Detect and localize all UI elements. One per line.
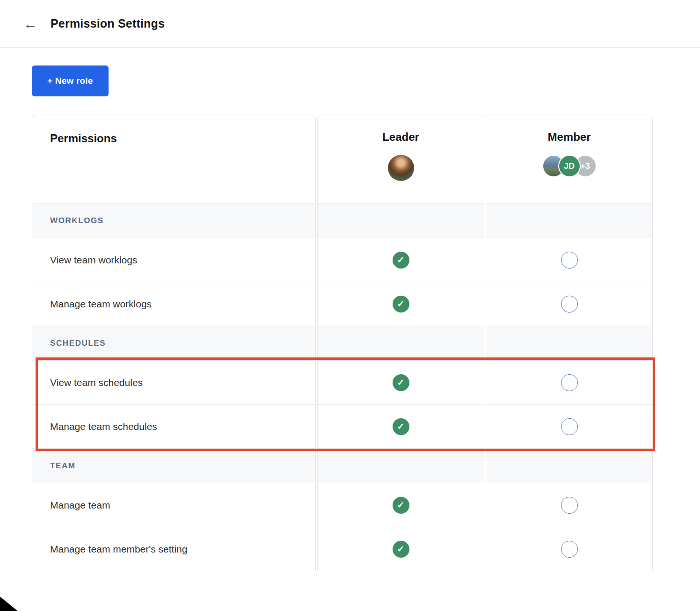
member-column-header: Member JD +3: [486, 115, 652, 203]
member-header-label: Member: [547, 131, 591, 144]
leader-toggle-cell: ✓: [318, 527, 484, 571]
check-icon[interactable]: ✓: [393, 252, 409, 269]
leader-toggle-cell: ✓: [318, 238, 484, 282]
section-spacer: [318, 448, 484, 483]
section-header-schedules: SCHEDULES: [32, 326, 315, 360]
leader-column: Leader ✓ ✓ ✓ ✓ ✓ ✓: [317, 115, 484, 571]
page-title: Permission Settings: [51, 17, 165, 30]
member-toggle-cell: [486, 404, 652, 448]
member-column: Member JD +3: [486, 115, 653, 571]
leader-avatar: [388, 155, 414, 181]
section-spacer: [318, 326, 484, 360]
check-icon[interactable]: ✓: [393, 418, 409, 435]
permission-row-label: Manage team worklogs: [32, 282, 315, 326]
radio-unchecked-icon[interactable]: [561, 252, 578, 269]
permission-row-label: Manage team member's setting: [32, 527, 315, 571]
member-toggle-cell: [486, 238, 652, 282]
leader-header-label: Leader: [382, 131, 419, 144]
radio-unchecked-icon[interactable]: [561, 374, 578, 391]
check-icon[interactable]: ✓: [393, 497, 409, 514]
leader-column-header: Leader: [318, 115, 484, 203]
permission-row-label: Manage team: [32, 483, 315, 527]
radio-unchecked-icon[interactable]: [561, 497, 578, 514]
section-header-team: TEAM: [32, 448, 315, 483]
check-icon[interactable]: ✓: [393, 296, 409, 313]
permission-row-label: View team worklogs: [32, 238, 315, 282]
back-arrow-icon[interactable]: ←: [23, 17, 37, 31]
section-spacer: [486, 203, 652, 238]
radio-unchecked-icon[interactable]: [561, 541, 578, 558]
leader-toggle-cell: ✓: [318, 282, 484, 326]
leader-toggle-cell: ✓: [318, 360, 484, 404]
member-toggle-cell: [486, 282, 652, 326]
main-content: + New role Permissions WORKLOGS View tea…: [0, 48, 700, 571]
section-header-worklogs: WORKLOGS: [32, 203, 315, 238]
permissions-table: Permissions WORKLOGS View team worklogs …: [32, 115, 653, 571]
new-role-button[interactable]: + New role: [32, 65, 109, 96]
member-avatar-initials: JD: [558, 155, 581, 177]
permission-row-label: View team schedules: [32, 360, 315, 404]
permissions-column-header: Permissions: [32, 115, 315, 203]
member-avatar-stack: JD +3: [542, 155, 597, 177]
section-spacer: [486, 448, 652, 483]
permissions-header-label: Permissions: [50, 132, 117, 145]
check-icon[interactable]: ✓: [393, 541, 409, 558]
radio-unchecked-icon[interactable]: [561, 418, 578, 435]
cursor-artifact: [0, 590, 25, 611]
permissions-column: Permissions WORKLOGS View team worklogs …: [32, 115, 316, 571]
top-bar: ← Permission Settings: [0, 0, 700, 48]
radio-unchecked-icon[interactable]: [561, 296, 578, 313]
member-toggle-cell: [486, 360, 652, 404]
leader-toggle-cell: ✓: [318, 483, 484, 527]
section-spacer: [486, 326, 652, 360]
leader-toggle-cell: ✓: [318, 404, 484, 448]
check-icon[interactable]: ✓: [393, 374, 409, 391]
member-toggle-cell: [486, 527, 652, 571]
member-toggle-cell: [486, 483, 652, 527]
section-spacer: [318, 203, 484, 238]
permission-row-label: Manage team schedules: [32, 404, 315, 448]
